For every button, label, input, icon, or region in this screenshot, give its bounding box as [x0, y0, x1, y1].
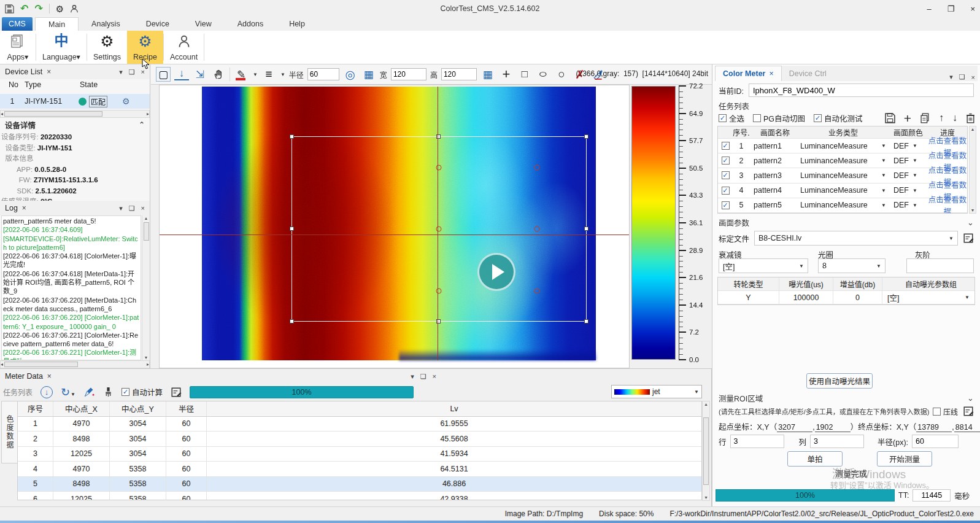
account-button[interactable]: Account [164, 31, 204, 64]
roi-edit-icon[interactable] [963, 406, 974, 417]
play-button[interactable] [477, 253, 515, 291]
ellipse-tool-icon[interactable]: ○ [532, 67, 554, 82]
close-icon[interactable]: × [971, 74, 975, 81]
exposure-row[interactable]: Y 100000 0 [空]▼ [718, 291, 974, 304]
device-row[interactable]: 1 JI-IYM-151 匹配 ⚙ [0, 94, 150, 109]
auto-test-checkbox[interactable]: ✓ 自动化测试 [814, 112, 863, 124]
point-tool-icon[interactable]: ◎ [343, 67, 358, 82]
fit-to-window-icon[interactable]: ⇲ [193, 67, 207, 82]
device-list-tab-close-icon[interactable]: × [47, 68, 51, 76]
attenuator-combo[interactable]: [空] ▼ [719, 258, 808, 273]
float-icon[interactable]: ❏ [129, 204, 135, 212]
screenshot-tool-icon[interactable]: ▢ [156, 67, 171, 82]
float-icon[interactable]: ❏ [420, 373, 426, 381]
dropdown-arrow-icon[interactable]: ▼ [881, 143, 886, 149]
dropdown-icon[interactable]: ▾ [411, 373, 414, 381]
current-id-input[interactable] [749, 83, 974, 97]
roi-point-marker[interactable] [436, 289, 441, 294]
task-row[interactable]: ✓5pattern5LuminanceMeasure▼DEF▼点击查看数据 [718, 198, 967, 213]
luminance-heatmap[interactable] [202, 87, 596, 360]
move-up-icon[interactable]: ↑ [939, 113, 944, 123]
auto-exp-group-combo[interactable]: [空]▼ [882, 292, 974, 303]
tab-main[interactable]: Main [35, 17, 79, 31]
line-style-icon[interactable]: ≡ [261, 67, 276, 82]
device-list-hscrollbar[interactable]: ◂ ▸ [0, 110, 150, 118]
params-section-header[interactable]: 画面参数 ⌄ [719, 216, 974, 228]
collapse-chevron-icon[interactable]: ⌃ [139, 120, 145, 129]
calib-file-combo[interactable]: B8-CESHI.lv ▼ [754, 231, 958, 246]
recipe-button[interactable]: ⚙ Recipe [127, 31, 163, 64]
undo-icon[interactable]: ↶ [20, 4, 28, 14]
resize-handle-ne[interactable] [584, 134, 588, 139]
colormap-dropdown-icon[interactable]: ▼ [694, 389, 699, 395]
save-image-icon[interactable]: ↓ [174, 68, 189, 80]
dropdown-arrow-icon[interactable]: ▼ [949, 236, 954, 241]
settings-button[interactable]: ⚙ Settings [87, 31, 127, 64]
task-type-combo[interactable]: LuminanceMeasure▼ [797, 157, 890, 165]
dropdown-icon[interactable]: ▾ [119, 68, 123, 76]
task-color-combo[interactable]: DEF▼ [890, 157, 928, 165]
user-icon[interactable] [70, 4, 79, 13]
cross-tool-icon[interactable]: + [499, 67, 514, 82]
scroll-left-arrow[interactable]: ◂ [1, 362, 3, 367]
save-tasks-icon[interactable] [885, 113, 895, 123]
aperture-combo[interactable]: 8 ▼ [818, 258, 885, 273]
log-vscrollbar[interactable]: ▴ ▾ [142, 215, 150, 360]
task-checkbox[interactable]: ✓ [718, 201, 733, 209]
width-input[interactable] [391, 68, 426, 80]
resize-handle-sw[interactable] [290, 319, 294, 323]
dropdown-arrow-icon[interactable]: ▼ [912, 158, 917, 163]
grid-tool-icon[interactable]: ▦ [361, 67, 376, 82]
float-icon[interactable]: ❏ [129, 68, 135, 76]
roi-point-marker[interactable] [534, 165, 540, 171]
tab-device[interactable]: Device [133, 17, 182, 31]
scroll-down-arrow[interactable]: ▾ [704, 495, 707, 500]
roi-point-marker[interactable] [436, 165, 441, 171]
rect-tool-icon[interactable]: □ [517, 67, 532, 82]
meter-row[interactable]: 5849853586046.886 [18, 477, 701, 492]
multi-grid-tool-icon[interactable]: ▦ [480, 67, 495, 82]
gear-icon[interactable]: ⚙ [56, 4, 64, 14]
resize-handle-w[interactable] [290, 227, 294, 231]
scroll-up-arrow[interactable]: ▴ [971, 126, 974, 132]
view-data-link[interactable]: 点击查看数据 [928, 193, 967, 214]
dropdown-arrow-icon[interactable]: ▼ [876, 263, 881, 269]
scroll-up-arrow[interactable]: ▴ [704, 401, 707, 407]
colormap-combo[interactable]: jet ▼ [611, 385, 702, 398]
language-button[interactable]: 中 Language▾ [36, 31, 87, 64]
task-checkbox[interactable]: ✓ [718, 157, 733, 165]
height-input[interactable] [441, 68, 477, 80]
col-count-input[interactable] [810, 435, 864, 448]
use-auto-exposure-button[interactable]: 使用自动曝光结果 [806, 373, 873, 389]
scroll-left-arrow[interactable]: ◂ [1, 111, 3, 117]
log-output[interactable]: pattern_pattern5 meter data_5![2022-06-0… [1, 215, 141, 360]
task-checkbox[interactable]: ✓ [718, 142, 733, 150]
dropdown-arrow-icon[interactable]: ▼ [881, 158, 886, 163]
resize-handle-se[interactable] [584, 319, 588, 323]
dropdown-arrow-icon[interactable]: ▼ [881, 203, 886, 208]
tab-device-ctrl[interactable]: Device Ctrl [782, 66, 834, 81]
dropdown-icon[interactable]: ▾ [949, 73, 953, 81]
dropdown-arrow-icon[interactable]: ▼ [881, 172, 886, 178]
press-line-checkbox[interactable]: 压线 [933, 406, 958, 417]
tab-help[interactable]: Help [276, 17, 318, 31]
dropdown-arrow-icon[interactable]: ▼ [912, 188, 917, 193]
meter-row[interactable]: 31202530546041.5934 [18, 447, 701, 462]
minimize-button[interactable]: – [927, 4, 932, 14]
task-type-combo[interactable]: LuminanceMeasure▼ [797, 201, 890, 209]
task-type-combo[interactable]: LuminanceMeasure▼ [797, 142, 890, 150]
resize-handle-e[interactable] [584, 227, 588, 231]
radius-input[interactable] [307, 68, 339, 80]
task-type-combo[interactable]: LuminanceMeasure▼ [797, 171, 890, 180]
task-color-combo[interactable]: DEF▼ [890, 142, 928, 150]
dropdown-arrow-icon[interactable]: ▼ [912, 203, 917, 208]
delete-task-icon[interactable] [966, 113, 975, 123]
dropdown-arrow-icon[interactable]: ▼ [912, 143, 917, 149]
pen-tool-icon[interactable]: ✎ [234, 67, 249, 82]
calib-edit-icon[interactable] [963, 233, 974, 244]
meter-table-vscrollbar[interactable]: ▴ ▾ [702, 401, 710, 501]
pg-autocut-checkbox[interactable]: PG自动切图 [753, 112, 805, 124]
collapse-chevron-icon[interactable]: ⌄ [967, 218, 974, 227]
task-color-combo[interactable]: DEF▼ [890, 201, 928, 209]
roi-point-marker[interactable] [436, 226, 441, 231]
